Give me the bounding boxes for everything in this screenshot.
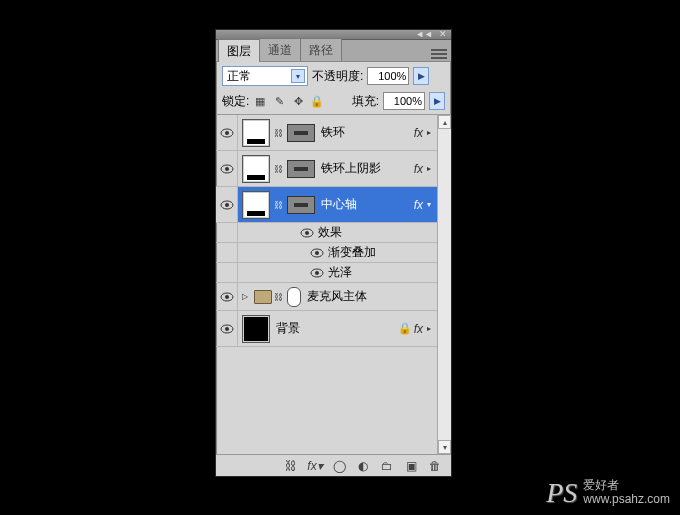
scrollbar[interactable]: ▴ ▾ [437,115,451,454]
panel-footer: ⛓ fx▾ ◯ ◐ 🗀 ▣ 🗑 [216,454,451,476]
watermark-cn: 爱好者 [583,479,670,493]
panel-tabs: 图层 通道 路径 [216,40,451,62]
collapse-icon[interactable]: ◄◄ [415,30,433,39]
visibility-icon[interactable] [220,164,234,174]
scroll-down-icon[interactable]: ▾ [438,440,451,454]
layers-area: ⛓ 铁环 fx ▸ ⛓ 铁环上阴影 fx ▸ [216,114,451,454]
delete-layer-icon[interactable]: 🗑 [427,459,443,473]
layer-row[interactable]: ⛓ 铁环上阴影 fx ▸ [216,151,437,187]
layer-row-background[interactable]: 背景 🔒 fx ▸ [216,311,437,347]
panel-menu-icon[interactable] [431,47,447,61]
expand-effects-icon[interactable]: ▸ [425,324,433,333]
lock-buttons: ▦ ✎ ✥ 🔒 [253,94,324,108]
watermark-logo: PS [546,477,577,509]
layer-mask-icon[interactable]: ◯ [331,459,347,473]
link-layers-icon[interactable]: ⛓ [283,459,299,473]
layers-list: ⛓ 铁环 fx ▸ ⛓ 铁环上阴影 fx ▸ [216,115,437,454]
new-layer-icon[interactable]: ▣ [403,459,419,473]
blend-mode-select[interactable]: 正常 ▾ [222,66,308,86]
layer-row[interactable]: ⛓ 铁环 fx ▸ [216,115,437,151]
svg-point-13 [225,295,229,299]
visibility-icon[interactable] [310,248,324,258]
layer-style-icon[interactable]: fx▾ [307,459,323,473]
blend-mode-value: 正常 [227,68,251,85]
watermark: PS 爱好者 www.psahz.com [546,477,670,509]
svg-point-11 [315,271,319,275]
tab-channels[interactable]: 通道 [259,38,301,61]
layer-group-row[interactable]: ▷ ⛓ 麦克风主体 [216,283,437,311]
vector-mask-thumbnail[interactable] [287,287,301,307]
layer-thumbnail[interactable] [242,315,270,343]
vector-mask-thumbnail[interactable] [287,196,315,214]
lock-pixels-icon[interactable]: ✎ [272,94,286,108]
effect-name: 渐变叠加 [324,244,376,261]
fx-badge[interactable]: fx [414,126,425,140]
layer-name: 背景 [270,320,396,337]
expand-effects-icon[interactable]: ▸ [425,128,433,137]
visibility-icon[interactable] [220,128,234,138]
collapse-effects-icon[interactable]: ▾ [425,200,433,209]
link-icon: ⛓ [272,164,285,174]
link-icon: ⛓ [272,200,285,210]
svg-point-1 [225,131,229,135]
effect-item-row[interactable]: 渐变叠加 [216,243,437,263]
link-icon: ⛓ [272,292,285,302]
layer-name: 麦克风主体 [301,288,433,305]
layer-thumbnail[interactable] [242,155,270,183]
effect-item-row[interactable]: 光泽 [216,263,437,283]
fx-badge[interactable]: fx [414,322,425,336]
visibility-icon[interactable] [300,228,314,238]
visibility-icon[interactable] [220,324,234,334]
visibility-icon[interactable] [220,200,234,210]
lock-transparent-icon[interactable]: ▦ [253,94,267,108]
layer-name: 中心轴 [315,196,414,213]
layer-name: 铁环 [315,124,414,141]
vector-mask-thumbnail[interactable] [287,124,315,142]
effects-header-row[interactable]: 效果 [216,223,437,243]
layer-thumbnail[interactable] [242,191,270,219]
adjustment-layer-icon[interactable]: ◐ [355,459,371,473]
fx-badge[interactable]: fx [414,162,425,176]
svg-point-7 [305,231,309,235]
visibility-icon[interactable] [310,268,324,278]
folder-icon [254,290,272,304]
layer-controls: 正常 ▾ 不透明度: 100% ▶ 锁定: ▦ ✎ ✥ 🔒 填充: 100% ▶ [216,62,451,114]
fill-input[interactable]: 100% [383,92,425,110]
new-group-icon[interactable]: 🗀 [379,459,395,473]
layers-panel: ◄◄ ✕ 图层 通道 路径 正常 ▾ 不透明度: 100% ▶ 锁定: ▦ ✎ … [215,29,452,477]
fx-badge[interactable]: fx [414,198,425,212]
svg-point-3 [225,167,229,171]
layer-row-selected[interactable]: ⛓ 中心轴 fx ▾ [216,187,437,223]
svg-point-9 [315,251,319,255]
lock-all-icon[interactable]: 🔒 [310,94,324,108]
scroll-track[interactable] [438,129,451,440]
effects-label: 效果 [314,224,342,241]
effect-name: 光泽 [324,264,352,281]
link-icon: ⛓ [272,128,285,138]
opacity-input[interactable]: 100% [367,67,409,85]
expand-effects-icon[interactable]: ▸ [425,164,433,173]
tab-paths[interactable]: 路径 [300,38,342,61]
close-icon[interactable]: ✕ [439,30,447,39]
lock-icon: 🔒 [396,322,414,335]
lock-label: 锁定: [222,93,249,110]
chevron-down-icon: ▾ [291,69,305,83]
opacity-flyout-icon[interactable]: ▶ [413,67,429,85]
opacity-label: 不透明度: [312,68,363,85]
vector-mask-thumbnail[interactable] [287,160,315,178]
svg-point-5 [225,203,229,207]
lock-position-icon[interactable]: ✥ [291,94,305,108]
layer-thumbnail[interactable] [242,119,270,147]
layer-name: 铁环上阴影 [315,160,414,177]
svg-point-15 [225,327,229,331]
scroll-up-icon[interactable]: ▴ [438,115,451,129]
fill-label: 填充: [352,93,379,110]
visibility-icon[interactable] [220,292,234,302]
expand-group-icon[interactable]: ▷ [238,292,252,301]
tab-layers[interactable]: 图层 [218,39,260,62]
watermark-url: www.psahz.com [583,493,670,507]
fill-flyout-icon[interactable]: ▶ [429,92,445,110]
